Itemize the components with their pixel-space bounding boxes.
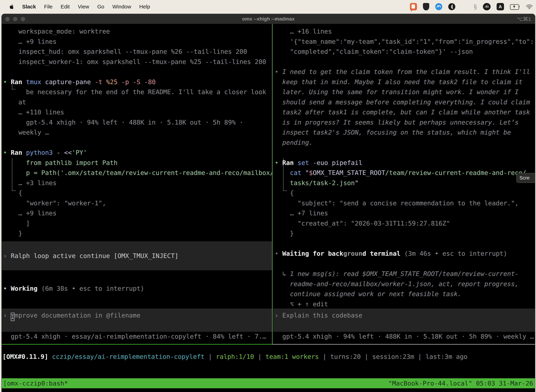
right-pane-border <box>273 344 535 345</box>
terminal-line: … +3 lines <box>3 178 272 188</box>
menu-item-help[interactable]: Help <box>139 4 150 9</box>
terminal-line <box>275 259 535 269</box>
text-segment: OMX_TEAM_STATE_ROOT <box>313 169 385 176</box>
text-segment: 'PY' <box>72 149 87 156</box>
prompt-input-right[interactable]: › Explain this codebase <box>273 308 535 332</box>
text-segment: later. Using the same for transition mig… <box>275 88 519 96</box>
shield-grid-icon[interactable] <box>423 3 429 10</box>
terminal-line: "created_at": "2026-03-31T11:59:27.816Z" <box>275 218 535 229</box>
right-pane: … +16 lines '{"team_name":"my-team","tas… <box>273 24 535 344</box>
terminal-line: • I need to get the claim token from the… <box>275 67 535 77</box>
terminal-line <box>275 148 535 158</box>
input-source-letter: A <box>499 4 502 9</box>
text-segment <box>140 78 144 85</box>
text-segment <box>91 78 95 85</box>
terminal-line: "worker": "worker-1", <box>3 198 272 208</box>
terminal-line: { <box>3 188 272 198</box>
text-segment: gpt-5.4 xhigh · 94% left · 488K in · 5.1… <box>275 333 534 340</box>
terminal-line: '{"team_name":"my-team","task_id":"1","f… <box>275 37 535 47</box>
text-segment: mprove documentation in @filename <box>14 312 140 319</box>
text-segment: cczip/essay/ai-reimplementation-copyleft <box>52 353 205 360</box>
terminal-line: } <box>275 228 535 238</box>
text-segment: team:1 workers <box>266 353 319 360</box>
text-segment <box>22 149 26 156</box>
text-segment: • <box>275 68 282 75</box>
menu-item-go[interactable]: Go <box>97 4 104 9</box>
text-segment: task2 after task1 is complete, but can I… <box>275 108 530 116</box>
text-segment: Ran <box>282 159 294 166</box>
text-segment <box>22 78 26 85</box>
input-source-icon[interactable]: A <box>497 3 504 10</box>
terminal-line: cat "$OMX_TEAM_STATE_ROOT/team/review-cu… <box>275 168 535 178</box>
omx-status-line: [OMX#0.11.9] cczip/essay/ai-reimplementa… <box>2 352 467 362</box>
text-segment: inspect task2's JSON, focusing on the st… <box>275 129 511 136</box>
menu-item-view[interactable]: View <box>78 4 89 9</box>
text-segment: Ralph loop active continue [OMX_TMUX_INJ… <box>11 252 178 259</box>
menu-item-file[interactable]: File <box>44 4 53 9</box>
menu-app-name[interactable]: Slack <box>22 4 36 10</box>
terminal-content: workspace_mode: worktree … +9 lines insp… <box>2 24 535 392</box>
pane-divider[interactable] <box>272 24 273 345</box>
text-segment: ↳ <box>275 270 290 277</box>
text-segment: Explain this codebase <box>282 312 362 319</box>
text-segment: -80 <box>144 78 156 85</box>
text-segment: › <box>3 312 11 319</box>
text-segment: continue assigned work or next feasible … <box>275 290 461 298</box>
terminal-line: inspect task2's JSON, focusing on the st… <box>275 127 535 138</box>
terminal-line: … +16 lines <box>275 26 535 37</box>
text-segment: ralph:1/10 <box>216 353 254 360</box>
squiggle-icon[interactable]: § <box>474 3 477 10</box>
dots-grid-icon[interactable] <box>461 4 468 10</box>
text-segment: | <box>254 353 266 360</box>
prompt-input-right-text: › Explain this codebase <box>275 310 535 321</box>
zoom-button[interactable] <box>21 17 25 21</box>
text-segment: inspect_hud: omx sparkshell --tmux-pane … <box>3 48 247 55</box>
text-segment: groun <box>343 250 362 257</box>
text-segment: | <box>205 353 216 360</box>
text-segment: • <box>3 285 11 292</box>
text-segment: • <box>3 149 11 156</box>
text-segment: should send a message before completing … <box>275 98 530 106</box>
text-segment: • <box>275 250 282 257</box>
text-segment <box>309 159 313 166</box>
apple-menu-icon[interactable] <box>9 4 14 10</box>
prompt-input-left[interactable]: › Improve documentation in @filename <box>2 308 272 332</box>
text-segment: { <box>275 189 294 196</box>
minimize-button[interactable] <box>13 17 17 21</box>
menu-item-window[interactable]: Window <box>112 4 131 9</box>
chat-app-icon[interactable] <box>410 3 417 10</box>
text-segment: "subject": "send a concise recommendatio… <box>275 200 519 207</box>
terminal-line: "completed","claim_token":"claim-token"}… <box>275 47 535 57</box>
window-title: omx --xhigh --madmax <box>242 16 295 22</box>
terminal-line: … +9 lines <box>3 37 272 47</box>
close-button[interactable] <box>5 17 10 21</box>
tmux-session-label[interactable]: [omx-cczip0:bash* <box>2 380 68 387</box>
text-segment: gpt-5.4 xhigh · 94% left · 488K in · 5.1… <box>3 119 243 126</box>
terminal-line: weekly … <box>3 127 272 138</box>
ticker-61-icon[interactable]: .61 <box>483 3 491 10</box>
text-segment <box>38 285 41 292</box>
text-segment: set <box>297 159 309 166</box>
battery-icon[interactable] <box>510 4 520 9</box>
terminal-line: tasks/task-2.json" <box>275 178 535 188</box>
blue-bolt-icon[interactable] <box>435 3 442 10</box>
terminal-line: { <box>275 188 535 198</box>
terminal-line: from pathlib import Path <box>3 158 272 168</box>
terminal-line: • Ran tmux capture-pane -t %25 -p -S -80 <box>3 77 272 87</box>
menu-item-edit[interactable]: Edit <box>61 4 70 9</box>
terminal-line: ⌥ + ↑ edit <box>275 299 535 309</box>
wifi-icon[interactable] <box>526 4 533 9</box>
text-segment: python3 <box>26 149 53 156</box>
text-segment: (6m 38s • esc to interrupt) <box>41 285 144 292</box>
window-shortcut-hint: ⌥⌘1 <box>517 16 531 22</box>
terminal-line <box>3 67 272 77</box>
terminal-line: • Waiting for background terminal (3m 46… <box>275 248 535 259</box>
title-bar[interactable]: omx --xhigh --madmax ⌥⌘1 <box>2 14 535 24</box>
text-segment: $ <box>309 169 313 176</box>
terminal-line: be necessary for the end of the README. … <box>3 87 272 97</box>
text-segment: workspace_mode: worktree <box>3 28 110 35</box>
terminal-line: • Ran python3 - <<'PY' <box>3 148 272 158</box>
terminal-line: is in progress? It seems likely but perh… <box>275 117 535 127</box>
crescent-circle-icon[interactable] <box>448 3 455 10</box>
screen-share-overlay[interactable]: Scre <box>516 173 535 183</box>
